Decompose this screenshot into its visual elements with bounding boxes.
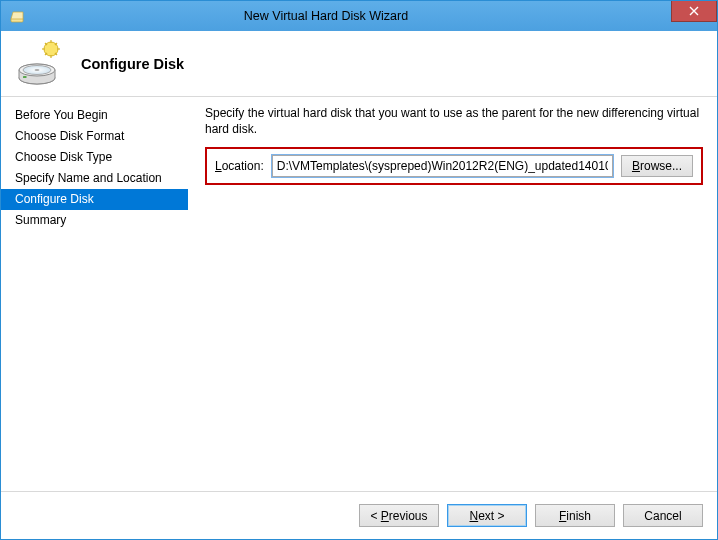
wizard-body: Before You Begin Choose Disk Format Choo… — [1, 97, 717, 491]
location-label: Location: — [215, 159, 264, 173]
svg-rect-14 — [23, 76, 27, 78]
content-pane: Specify the virtual hard disk that you w… — [189, 97, 717, 491]
page-heading: Configure Disk — [81, 56, 184, 72]
disk-icon — [15, 40, 63, 88]
close-icon — [689, 6, 699, 16]
svg-point-13 — [35, 69, 40, 71]
sidebar-item-specify-name-location[interactable]: Specify Name and Location — [1, 168, 188, 189]
sidebar-item-choose-disk-format[interactable]: Choose Disk Format — [1, 126, 188, 147]
sidebar-item-summary[interactable]: Summary — [1, 210, 188, 231]
window-title: New Virtual Hard Disk Wizard — [0, 9, 671, 23]
wizard-footer: < Previous Next > Finish Cancel — [1, 491, 717, 539]
wizard-header: Configure Disk — [1, 31, 717, 97]
sidebar-item-choose-disk-type[interactable]: Choose Disk Type — [1, 147, 188, 168]
finish-button[interactable]: Finish — [535, 504, 615, 527]
wizard-steps-sidebar: Before You Begin Choose Disk Format Choo… — [1, 97, 189, 491]
sidebar-item-configure-disk[interactable]: Configure Disk — [1, 189, 188, 210]
next-button[interactable]: Next > — [447, 504, 527, 527]
previous-button[interactable]: < Previous — [359, 504, 439, 527]
browse-button[interactable]: Browse... — [621, 155, 693, 177]
titlebar: New Virtual Hard Disk Wizard — [1, 1, 717, 31]
description-text: Specify the virtual hard disk that you w… — [205, 105, 703, 137]
sidebar-item-before-you-begin[interactable]: Before You Begin — [1, 105, 188, 126]
cancel-button[interactable]: Cancel — [623, 504, 703, 527]
location-input[interactable] — [272, 155, 613, 177]
wizard-window: New Virtual Hard Disk Wizard — [0, 0, 718, 540]
close-button[interactable] — [671, 1, 717, 22]
location-row: Location: Browse... — [205, 147, 703, 185]
